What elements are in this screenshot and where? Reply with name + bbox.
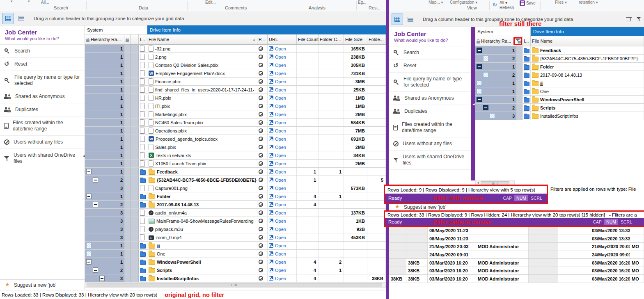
open-link[interactable]: Open [268,176,297,184]
open-link[interactable]: Open [268,86,297,94]
open-link[interactable]: Open [268,53,297,61]
column-header[interactable]: Hierarchy Ra... [475,36,516,46]
ribbon-fragment[interactable]: All... [41,0,49,5]
open-link[interactable]: Open [268,45,297,52]
column-header[interactable] [124,34,131,44]
sidebar-item[interactable]: Users with shared OneDrive files [389,151,471,170]
column-header[interactable]: I... [523,36,531,46]
open-link[interactable]: Open [268,192,297,200]
sidebar-item[interactable]: Files created within the date/time range [0,116,85,136]
grid-row[interactable]: 1-32.pngOpen165KB [85,45,386,53]
open-link[interactable]: Open [268,94,297,102]
column-header[interactable]: File Name▲ [147,34,257,44]
grid-row[interactable]: 3zoom_0.mp4Open453KB [85,233,386,242]
grid-row[interactable]: 1Feedback [475,46,644,55]
open-link[interactable]: Open [268,168,297,176]
suggest-job-button[interactable]: Suggest a new 'job' [389,203,471,210]
grid-row[interactable]: 1HR.pbixOpen1MB [85,94,386,102]
grid-view-toggle[interactable] [2,13,14,24]
grid-row[interactable]: 3InstalledScriptInfos [475,112,644,120]
grid-row[interactable]: 38KB03/Mar/2020 16:20MOD Administrator03… [389,267,644,275]
sidebar-item[interactable]: Shared as Anonymous [0,90,85,103]
expand-collapse-box[interactable] [483,105,488,110]
grid-row[interactable]: 1NC460 Sales Team.pbixOpen584KB [85,119,386,127]
column-header[interactable]: URL [268,34,297,44]
open-link[interactable]: Open [268,225,297,233]
grid-row[interactable]: 1WindowsPowerShell [475,96,644,104]
filter-icon[interactable] [636,16,642,22]
grid-row[interactable]: 08/May/2020 11:2303/Mar/2020 13:33 [389,227,644,235]
list-view-toggle[interactable] [16,13,27,24]
sidebar-item[interactable]: Search [0,45,85,58]
sidebar-item[interactable]: File query by name or type for selected [389,73,471,92]
grid-row[interactable]: 1IT!.pbixOpen1MB [85,102,386,110]
grid-row[interactable]: 3Capture001.pngOpen573KB [85,184,386,192]
grid-row[interactable]: 24/May/2020 09:0124/May/2020 09:01 [389,251,644,259]
selection-checker-box[interactable] [490,113,495,119]
expand-collapse-box[interactable] [86,259,92,265]
open-link[interactable]: Open [268,258,297,266]
ribbon-dropdown[interactable]: Configuration ▾ [450,0,477,5]
open-link[interactable]: Open [268,250,297,258]
grid-row[interactable]: 1Marketings.pbixOpen2MB [85,110,386,119]
scroll-left-arrow[interactable]: ◄ [477,181,479,184]
grid-row[interactable]: 1Sales.pbixOpen2MB [85,143,386,151]
open-link[interactable]: Open [268,233,297,241]
grid-row[interactable]: 1OneOpen [85,250,386,258]
list-view-toggle[interactable] [405,14,416,25]
open-link[interactable]: Open [268,69,297,77]
open-link[interactable]: Open [268,78,297,85]
grid-row[interactable]: 3MainFrame-048-ShowMessageRulesForwardin… [85,217,386,225]
grid-row[interactable]: 1Operations.pbixOpen7MB [85,127,386,135]
collapse-sidebar-arrow[interactable]: ◄ [82,154,85,158]
column-header[interactable]: Hierarchy Ra... [85,34,124,44]
open-link[interactable]: Open [268,151,297,159]
expand-collapse-box[interactable] [93,267,98,273]
grid-row[interactable]: 1X1050 Launch Team.pbixOpen2MB [85,160,386,168]
expand-collapse-box[interactable] [477,97,482,102]
grid-row[interactable]: 1FolderOpen41 [85,192,386,201]
grid-row[interactable]: 2{532AB44C-BC75-4850-8BCE-1FB5DE00BE7E} [475,55,644,63]
grid-row[interactable]: 1Employee Engagement Plan!.docxOpen731KB [85,69,386,78]
group-header-drive-item-info[interactable]: Drive Item Info [147,25,386,34]
grid-row[interactable]: 1Contoso Q2 Division Sales.pbixOpen305KB [85,61,386,69]
grid-row[interactable]: 1Finance.pbixOpen3MB [85,78,386,86]
open-link[interactable]: Open [268,143,297,151]
grid-row[interactable]: 1FeedbackOpen11 [85,168,386,176]
expand-collapse-box[interactable] [99,276,105,281]
grid-view-toggle[interactable] [392,14,403,25]
open-link[interactable]: Open [268,102,297,110]
grid-row[interactable]: 3playback.m3uOpen92B [85,225,386,233]
open-link[interactable]: Open [268,217,297,225]
selection-checker-box[interactable] [86,251,92,256]
ribbon-fragment[interactable]: Eg... [358,0,367,5]
sidebar-item[interactable]: Search [389,46,471,59]
open-link[interactable]: Open [268,110,297,118]
grid-row[interactable]: 3InstalledScriptInfosOpen438KB [85,274,386,283]
grid-row[interactable]: 1jjj [475,79,644,87]
grid-row[interactable]: 2Scripts [475,104,644,112]
collapse-sidebar-arrow[interactable]: ◄ [472,103,475,106]
sidebar-item[interactable]: Duplicates [389,105,471,118]
open-link[interactable]: Open [268,184,297,192]
sidebar-item[interactable]: Files created within the date/time range [389,118,471,137]
grid-row[interactable]: 38KB38KB03/Mar/2020 16:20MOD Administrat… [389,275,644,283]
selection-checker-box[interactable] [477,80,482,86]
expand-collapse-box[interactable] [477,64,482,69]
group-header-system[interactable]: System [475,27,531,36]
left-horizontal-scrollbar[interactable] [85,282,386,288]
grid-row[interactable]: 1find_shared_files_in_users-2020-01-17-1… [85,86,386,94]
sidebar-item[interactable]: Users without any files [389,137,471,151]
open-link[interactable]: Open [268,266,297,274]
grid-row[interactable]: 08/May/2020 11:2303/Mar/2020 13:33 [389,235,644,243]
open-link[interactable]: Open [268,201,297,208]
sidebar-item[interactable]: Reset [389,59,471,73]
column-header[interactable]: File Size [344,34,367,44]
grid-row[interactable]: 3audio_only.m4aOpen137KB [85,209,386,217]
ribbon-dropdown[interactable]: Map... ▾ [429,0,443,5]
grid-row[interactable]: 1Proposed_agenda_topics.docxOpen691KB [85,135,386,143]
expand-collapse-box[interactable] [477,48,482,53]
column-header[interactable] [516,36,523,46]
sidebar-item[interactable]: File query by name or type for selected [0,71,85,90]
expand-collapse-box[interactable] [86,169,92,174]
